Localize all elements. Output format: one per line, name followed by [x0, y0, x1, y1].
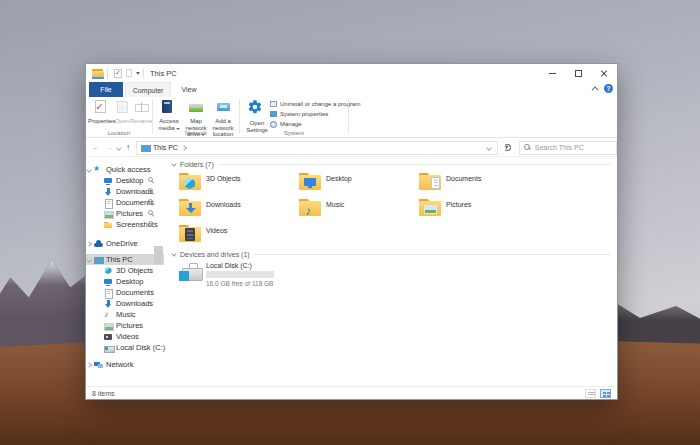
- document-icon: [103, 198, 113, 208]
- uninstall-button[interactable]: Uninstall or change a program: [270, 100, 360, 108]
- maximize-button[interactable]: [565, 64, 591, 82]
- qat-dropdown-icon[interactable]: [136, 72, 140, 75]
- sidebar-item-local-disk[interactable]: Local Disk (C:): [86, 342, 164, 353]
- sidebar-item-quick-access[interactable]: Quick access: [86, 164, 164, 175]
- tab-view[interactable]: View: [173, 82, 205, 97]
- tiles-view-icon[interactable]: [600, 389, 611, 398]
- refresh-icon[interactable]: [504, 144, 511, 151]
- cube-3d-icon: [103, 266, 113, 276]
- search-box[interactable]: [519, 141, 617, 155]
- open-settings-button[interactable]: OpenSettings: [242, 99, 268, 133]
- search-input[interactable]: [535, 144, 615, 151]
- folder-tile-desktop[interactable]: Desktop: [297, 171, 409, 195]
- sidebar-item-pc-pictures[interactable]: Pictures: [86, 320, 164, 331]
- maximize-icon: [575, 70, 582, 77]
- folder-tile-pictures[interactable]: Pictures: [417, 197, 529, 221]
- sidebar-item-network[interactable]: Network: [86, 359, 164, 370]
- sidebar-item-3d-objects[interactable]: 3D Objects: [86, 265, 164, 276]
- tab-computer[interactable]: Computer: [125, 82, 171, 97]
- rename-button[interactable]: Rename: [130, 99, 152, 125]
- help-icon[interactable]: ?: [604, 84, 613, 93]
- tab-file[interactable]: File: [89, 82, 123, 97]
- address-dropdown-icon[interactable]: [486, 145, 492, 151]
- pin-icon: [148, 177, 155, 184]
- folders-group-header[interactable]: Folders (7): [172, 159, 611, 169]
- sidebar-item-onedrive[interactable]: OneDrive: [86, 238, 164, 249]
- star-icon: [93, 165, 103, 175]
- access-media-button[interactable]: Access media: [154, 99, 180, 131]
- qat-properties-icon[interactable]: [114, 69, 122, 78]
- collapse-chevron-icon[interactable]: [171, 161, 176, 166]
- sidebar-item-downloads[interactable]: Downloads: [86, 186, 164, 197]
- recent-locations-icon[interactable]: [116, 145, 122, 151]
- properties-button[interactable]: Properties: [88, 99, 112, 125]
- sidebar-item-music[interactable]: Music: [86, 309, 164, 320]
- open-folder-icon: [117, 101, 128, 113]
- collapse-chevron-icon[interactable]: [171, 251, 176, 256]
- chevron-down-icon[interactable]: [86, 257, 92, 263]
- picture-icon: [103, 321, 113, 331]
- breadcrumb[interactable]: This PC: [136, 141, 498, 155]
- drives-group-header[interactable]: Devices and drives (1): [172, 249, 611, 259]
- sidebar-scrollbar[interactable]: [154, 246, 163, 264]
- manage-button[interactable]: Manage: [270, 120, 302, 128]
- uninstall-icon: [270, 101, 277, 107]
- sidebar-item-desktop[interactable]: Desktop: [86, 175, 164, 186]
- folder-tile-downloads[interactable]: Downloads: [177, 197, 289, 221]
- music-note-icon: [103, 310, 113, 320]
- drive-free-space: 16.0 GB free of 118 GB: [206, 280, 273, 287]
- qat-file-icon[interactable]: [126, 69, 132, 77]
- close-button[interactable]: [591, 64, 617, 82]
- pc-icon: [93, 255, 103, 265]
- folder-tile-3d-objects[interactable]: 3D Objects: [177, 171, 289, 195]
- hard-drive-icon: [179, 263, 205, 285]
- video-icon: [103, 332, 113, 342]
- rename-icon: [135, 101, 147, 113]
- group-label-network: Network: [166, 130, 226, 136]
- up-arrow-icon[interactable]: ↑: [126, 144, 130, 152]
- sidebar-item-this-pc[interactable]: This PC: [86, 254, 164, 265]
- sidebar-item-pc-documents[interactable]: Documents: [86, 287, 164, 298]
- download-arrow-icon: [103, 187, 113, 197]
- sidebar-item-documents[interactable]: Documents: [86, 197, 164, 208]
- sidebar-item-pc-desktop[interactable]: Desktop: [86, 276, 164, 287]
- sidebar-item-pc-downloads[interactable]: Downloads: [86, 298, 164, 309]
- access-media-device-icon: [162, 100, 172, 113]
- chevron-right-icon[interactable]: [86, 241, 92, 247]
- monitor-icon: [103, 176, 113, 186]
- folder-icon: [103, 220, 113, 230]
- properties-check-icon: [95, 100, 106, 113]
- folder-tile-videos[interactable]: Videos: [177, 223, 289, 247]
- sidebar-item-screenshots[interactable]: Screenshots: [86, 219, 164, 230]
- titlebar[interactable]: This PC: [86, 64, 617, 82]
- minimize-icon: [549, 73, 556, 74]
- folder-photo-icon: [419, 199, 441, 216]
- search-icon: [524, 144, 532, 152]
- forward-arrow-icon[interactable]: →: [105, 144, 113, 152]
- chevron-down-icon[interactable]: [86, 167, 92, 173]
- folder-3d-cube-icon: [179, 173, 201, 190]
- details-view-icon[interactable]: [585, 389, 596, 398]
- map-network-drive-icon: [189, 101, 203, 113]
- system-properties-button[interactable]: System properties: [270, 110, 328, 118]
- status-bar: 8 items: [86, 386, 617, 399]
- folder-document-icon: [419, 173, 441, 190]
- sidebar-item-videos[interactable]: Videos: [86, 331, 164, 342]
- navigation-pane: Quick access Desktop Downloads Documents: [86, 157, 164, 386]
- open-button[interactable]: Open: [113, 99, 131, 125]
- folder-tile-documents[interactable]: Documents: [417, 171, 529, 195]
- ribbon-collapse-icon[interactable]: [592, 86, 599, 93]
- folder-tile-music[interactable]: ♪ Music: [297, 197, 409, 221]
- breadcrumb-path[interactable]: This PC: [153, 144, 178, 151]
- group-label-location: Location: [89, 130, 149, 136]
- items-count: 8 items: [92, 390, 115, 397]
- close-icon: [600, 69, 608, 77]
- chevron-right-icon[interactable]: [86, 362, 92, 368]
- back-arrow-icon[interactable]: ←: [92, 144, 100, 152]
- breadcrumb-chevron-icon[interactable]: [181, 145, 187, 151]
- sidebar-item-pictures[interactable]: Pictures: [86, 208, 164, 219]
- pin-icon: [148, 221, 155, 228]
- minimize-button[interactable]: [539, 64, 565, 82]
- drive-tile-local-disk-c[interactable]: Local Disk (C:) 16.0 GB free of 118 GB: [177, 261, 347, 289]
- window-title: This PC: [150, 69, 177, 78]
